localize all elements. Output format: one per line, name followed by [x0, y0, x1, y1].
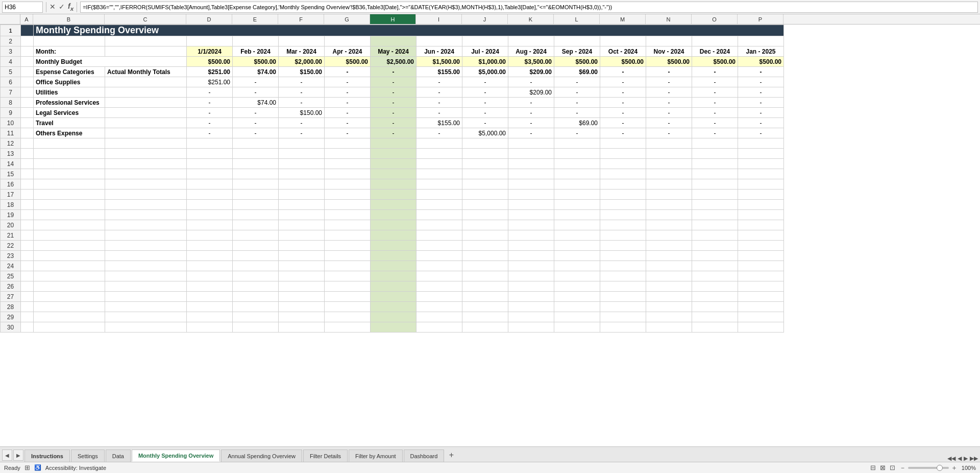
cell-a5[interactable] — [21, 67, 34, 77]
cell-e9[interactable]: - — [233, 108, 279, 118]
cell-j11[interactable]: $5,000.00 — [462, 128, 508, 138]
col-header-b[interactable]: B — [33, 14, 105, 24]
cell-e11[interactable]: - — [233, 128, 279, 138]
cell-m3[interactable]: Oct - 2024 — [600, 46, 646, 57]
cell-d3-jan24[interactable]: 1/1/2024 — [187, 46, 233, 57]
cell-g10[interactable]: - — [325, 118, 371, 128]
cell-i3[interactable]: Jun - 2024 — [416, 46, 462, 57]
cell-o6[interactable]: - — [692, 77, 738, 87]
cell-j4[interactable]: $1,000.00 — [462, 57, 508, 67]
cell-p6[interactable]: - — [738, 77, 784, 87]
cell-c11[interactable] — [105, 128, 187, 138]
tab-data[interactable]: Data — [106, 450, 131, 462]
col-header-i[interactable]: I — [416, 14, 462, 24]
cell-c10[interactable] — [105, 118, 187, 128]
cell-c5-actual[interactable]: Actual Monthly Totals — [105, 67, 187, 77]
cell-k3[interactable]: Aug - 2024 — [508, 46, 554, 57]
cell-a9[interactable] — [21, 108, 34, 118]
cell-k8[interactable]: - — [508, 98, 554, 108]
cell-m11[interactable]: - — [600, 128, 646, 138]
col-header-l[interactable]: L — [554, 14, 600, 24]
cell-c2[interactable] — [105, 36, 187, 46]
cell-a6[interactable] — [21, 77, 34, 87]
cell-b6[interactable]: Office Supplies — [34, 77, 105, 87]
cell-l10[interactable]: $69.00 — [554, 118, 600, 128]
cell-d4[interactable]: $500.00 — [187, 57, 233, 67]
col-header-e[interactable]: E — [232, 14, 278, 24]
col-header-o[interactable]: O — [692, 14, 738, 24]
cell-f11[interactable]: - — [279, 128, 325, 138]
cell-m2[interactable] — [600, 36, 646, 46]
cell-o8[interactable]: - — [692, 98, 738, 108]
cell-n10[interactable]: - — [646, 118, 692, 128]
cell-o4[interactable]: $500.00 — [692, 57, 738, 67]
cell-h6[interactable]: - — [371, 77, 416, 87]
cell-f10[interactable]: - — [279, 118, 325, 128]
cell-p9[interactable]: - — [738, 108, 784, 118]
cell-k9[interactable]: - — [508, 108, 554, 118]
cell-o2[interactable] — [692, 36, 738, 46]
cell-i4[interactable]: $1,500.00 — [416, 57, 462, 67]
col-header-d[interactable]: D — [186, 14, 232, 24]
cell-h4[interactable]: $2,500.00 — [371, 57, 416, 67]
zoom-out-icon[interactable]: － — [899, 463, 906, 472]
tab-settings[interactable]: Settings — [71, 450, 105, 462]
cell-b3-label[interactable]: Month: — [34, 46, 105, 57]
cell-i11[interactable]: - — [416, 128, 462, 138]
tab-scroll-right[interactable]: ▶ — [13, 450, 23, 461]
cell-d7[interactable]: - — [187, 87, 233, 98]
page-break-icon[interactable]: ⊡ — [890, 464, 895, 471]
cell-l9[interactable]: - — [554, 108, 600, 118]
cell-a1[interactable] — [21, 25, 34, 36]
cell-b5-cat[interactable]: Espense Categories — [34, 67, 105, 77]
cell-l2[interactable] — [554, 36, 600, 46]
accessibility-icon[interactable]: ♿ — [34, 464, 41, 471]
cell-f9[interactable]: $150.00 — [279, 108, 325, 118]
cell-b7[interactable]: Utilities — [34, 87, 105, 98]
cell-e2[interactable] — [233, 36, 279, 46]
cell-h10[interactable]: - — [371, 118, 416, 128]
cell-o10[interactable]: - — [692, 118, 738, 128]
cell-g11[interactable]: - — [325, 128, 371, 138]
cell-j8[interactable]: - — [462, 98, 508, 108]
col-header-h[interactable]: H — [370, 14, 416, 24]
cell-f6[interactable]: - — [279, 77, 325, 87]
cell-b2[interactable] — [34, 36, 105, 46]
col-header-f[interactable]: F — [278, 14, 324, 24]
cell-a11[interactable] — [21, 128, 34, 138]
cell-k10[interactable]: - — [508, 118, 554, 128]
cell-n2[interactable] — [646, 36, 692, 46]
cell-p3[interactable]: Jan - 2025 — [738, 46, 784, 57]
tab-scroll-prev[interactable]: ◀ — [958, 455, 962, 462]
cell-i8[interactable]: - — [416, 98, 462, 108]
cell-k11[interactable]: - — [508, 128, 554, 138]
cell-c7[interactable] — [105, 87, 187, 98]
zoom-in-icon[interactable]: ＋ — [951, 463, 958, 472]
cell-f5[interactable]: $150.00 — [279, 67, 325, 77]
cell-f7[interactable]: - — [279, 87, 325, 98]
cell-f3[interactable]: Mar - 2024 — [279, 46, 325, 57]
tab-dashboard[interactable]: Dashboard — [404, 450, 445, 462]
cell-g8[interactable]: - — [325, 98, 371, 108]
cell-b8[interactable]: Professional Services — [34, 98, 105, 108]
cell-l7[interactable]: - — [554, 87, 600, 98]
cell-o5[interactable]: - — [692, 67, 738, 77]
cell-o3[interactable]: Dec - 2024 — [692, 46, 738, 57]
cell-g6[interactable]: - — [325, 77, 371, 87]
workbook-stats-icon[interactable]: ⊞ — [24, 464, 30, 471]
cell-m8[interactable]: - — [600, 98, 646, 108]
cell-b4-label[interactable]: Monthly Budget — [34, 57, 187, 67]
add-sheet-button[interactable]: + — [445, 450, 457, 461]
cell-c8[interactable] — [105, 98, 187, 108]
cell-d5[interactable]: $251.00 — [187, 67, 233, 77]
cell-i9[interactable]: - — [416, 108, 462, 118]
cell-h3-may24[interactable]: May - 2024 — [371, 46, 416, 57]
cell-p11[interactable]: - — [738, 128, 784, 138]
cell-l4[interactable]: $500.00 — [554, 57, 600, 67]
cell-m9[interactable]: - — [600, 108, 646, 118]
cell-p7[interactable]: - — [738, 87, 784, 98]
cell-c6[interactable] — [105, 77, 187, 87]
cancel-icon[interactable]: ✕ — [50, 3, 56, 11]
cell-g9[interactable]: - — [325, 108, 371, 118]
cell-h5[interactable]: - — [371, 67, 416, 77]
